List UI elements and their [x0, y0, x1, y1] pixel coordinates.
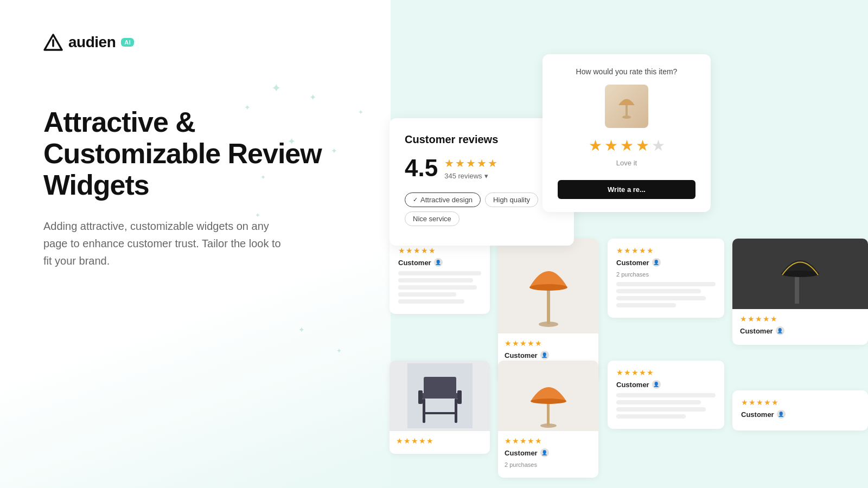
- overall-star-5: ★: [488, 157, 497, 170]
- review-3-line-4: [616, 303, 676, 307]
- customer-2-icon: 👤: [540, 351, 549, 359]
- review-1-line-4: [398, 292, 456, 297]
- rating-summary-row: 4.5 ★ ★ ★ ★ ★ 345 reviews ▾: [405, 155, 559, 182]
- filter-attractive-design[interactable]: ✓ Attractive design: [405, 192, 481, 207]
- review-7-line-4: [616, 414, 686, 419]
- star-5[interactable]: ★: [652, 137, 665, 155]
- logo-triangle-icon: [43, 33, 63, 52]
- svg-rect-8: [795, 274, 799, 304]
- star-2[interactable]: ★: [604, 137, 618, 155]
- review-7-line-2: [616, 400, 701, 404]
- star-1[interactable]: ★: [589, 137, 602, 155]
- rating-label: Love it: [558, 159, 695, 167]
- review-3-line-2: [616, 289, 701, 293]
- reviews-card-title: Customer reviews: [405, 133, 559, 146]
- logo-text: audien: [68, 34, 116, 51]
- deco-star-8: ✦: [298, 325, 305, 334]
- check-icon: ✓: [413, 196, 418, 203]
- rating-widget: How would you rate this item? ★ ★ ★ ★ ★ …: [542, 54, 711, 212]
- logo-area: audien AI: [43, 33, 347, 52]
- product-thumbnail-area: [558, 85, 695, 128]
- review-1-line-3: [398, 285, 477, 290]
- customer-6-icon: 👤: [540, 448, 549, 457]
- review-3-line-1: [616, 282, 716, 286]
- review-7-stars: ★ ★ ★ ★ ★: [616, 368, 716, 377]
- star-4[interactable]: ★: [636, 137, 649, 155]
- review-card-1: ★ ★ ★ ★ ★ Customer 👤: [390, 239, 490, 314]
- star-3[interactable]: ★: [620, 137, 634, 155]
- review-3-line-3: [616, 296, 706, 300]
- review-3-stars: ★ ★ ★ ★ ★: [616, 246, 716, 255]
- dark-lamp-illustration: [760, 241, 841, 306]
- overall-star-4: ★: [477, 157, 487, 170]
- review-3-customer: Customer 👤: [616, 258, 716, 267]
- review-6-purchases: 2 purchases: [505, 461, 592, 468]
- review-7-customer: Customer 👤: [616, 380, 716, 389]
- svg-rect-5: [547, 287, 550, 324]
- review-5-body: ★ ★ ★ ★ ★: [390, 431, 490, 454]
- review-7-line-3: [616, 407, 706, 412]
- overall-stars: ★ ★ ★ ★ ★: [444, 157, 497, 170]
- review-2-stars: ★ ★ ★ ★ ★: [505, 339, 592, 348]
- review-card-4: ★ ★ ★ ★ ★ Customer 👤: [732, 239, 868, 345]
- review-card-6: ★ ★ ★ ★ ★ Customer 👤 2 purchases: [498, 361, 598, 478]
- svg-point-20: [531, 399, 566, 404]
- review-6-image: [498, 361, 598, 431]
- customer-4-icon: 👤: [776, 326, 784, 335]
- review-1-stars: ★ ★ ★ ★ ★: [398, 246, 481, 255]
- filter-high-quality[interactable]: High quality: [485, 192, 538, 207]
- svg-point-6: [529, 284, 567, 291]
- customer-8-icon: 👤: [777, 410, 786, 419]
- svg-rect-16: [418, 390, 423, 404]
- review-card-7: ★ ★ ★ ★ ★ Customer 👤: [608, 361, 724, 429]
- deco-star-9: ✦: [336, 347, 342, 355]
- review-6-body: ★ ★ ★ ★ ★ Customer 👤 2 purchases: [498, 431, 598, 478]
- hero-subtitle: Adding attractive, customizable widgets …: [43, 217, 282, 269]
- review-5-image: [390, 361, 490, 431]
- write-review-button[interactable]: Write a re...: [558, 180, 695, 199]
- review-6-customer: Customer 👤: [505, 448, 592, 457]
- review-card-2: ★ ★ ★ ★ ★ Customer 👤 2 purchases: [498, 239, 598, 380]
- svg-rect-17: [457, 390, 462, 404]
- rating-stars-large[interactable]: ★ ★ ★ ★ ★: [558, 137, 695, 155]
- review-7-line-1: [616, 393, 716, 397]
- review-4-image: [732, 239, 868, 309]
- customer-7-icon: 👤: [652, 380, 661, 389]
- review-card-3: ★ ★ ★ ★ ★ Customer 👤 2 purchases: [608, 239, 724, 318]
- review-8-stars: ★ ★ ★ ★ ★: [741, 398, 859, 407]
- review-2-customer: Customer 👤: [505, 351, 592, 359]
- review-5-stars: ★ ★ ★ ★ ★: [396, 436, 483, 445]
- reviews-count: 345 reviews ▾: [444, 172, 497, 180]
- deco-star-7: ✦: [358, 108, 363, 116]
- review-card-8: ★ ★ ★ ★ ★ Customer 👤: [732, 390, 868, 431]
- review-card-5: ★ ★ ★ ★ ★: [390, 361, 490, 454]
- logo-badge: AI: [121, 38, 134, 47]
- chair-illustration: [407, 363, 473, 428]
- svg-rect-13: [423, 399, 425, 423]
- product-thumbnail: [605, 85, 648, 128]
- svg-rect-15: [424, 412, 456, 414]
- svg-rect-12: [424, 377, 456, 396]
- review-1-line-2: [398, 278, 473, 282]
- svg-rect-3: [626, 105, 628, 117]
- filter-nice-service[interactable]: Nice service: [405, 211, 459, 226]
- deco-star-2: ✦: [309, 92, 316, 102]
- review-1-line-5: [398, 299, 464, 304]
- review-3-purchases: 2 purchases: [616, 271, 716, 278]
- filter-tags: ✓ Attractive design High quality Nice se…: [405, 192, 559, 226]
- review-4-body: ★ ★ ★ ★ ★ Customer 👤: [732, 309, 868, 345]
- review-4-customer: Customer 👤: [740, 326, 860, 335]
- review-4-stars: ★ ★ ★ ★ ★: [740, 314, 860, 323]
- left-panel: ✦ ✦ ✦ ✦ ✦ ✦ ✦ ✦ ✦ ✦ audien AI Attractive…: [0, 0, 391, 488]
- deco-star-1: ✦: [271, 81, 281, 95]
- rating-question: How would you rate this item?: [558, 67, 695, 76]
- lamp-2-illustration: [519, 363, 578, 428]
- customer-1-icon: 👤: [434, 258, 443, 267]
- svg-point-9: [781, 271, 819, 277]
- overall-star-1: ★: [444, 157, 454, 170]
- overall-star-2: ★: [455, 157, 465, 170]
- review-6-stars: ★ ★ ★ ★ ★: [505, 436, 592, 445]
- review-1-customer: Customer 👤: [398, 258, 481, 267]
- customer-3-icon: 👤: [652, 258, 661, 267]
- review-1-line-1: [398, 271, 481, 275]
